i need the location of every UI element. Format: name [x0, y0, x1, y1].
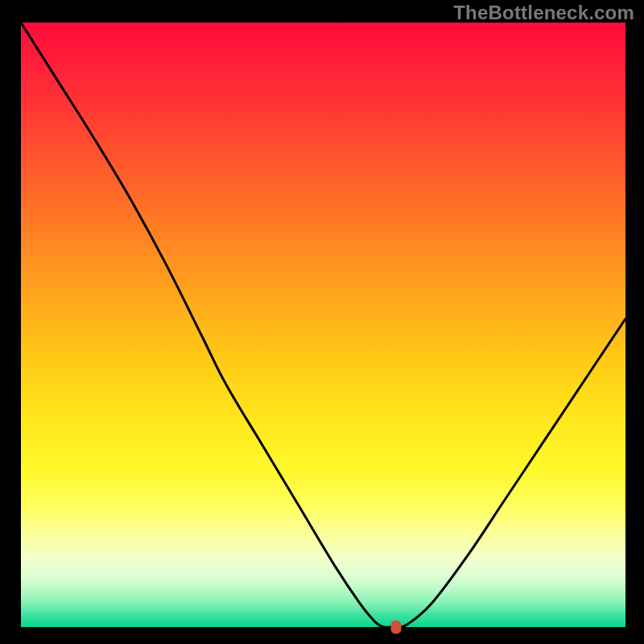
chart-container: TheBottleneck.com	[0, 0, 644, 644]
plot-area	[21, 23, 625, 627]
curve-overlay	[21, 23, 625, 627]
watermark-text: TheBottleneck.com	[453, 2, 634, 24]
optimal-point-marker	[390, 621, 401, 634]
bottleneck-curve	[21, 23, 625, 627]
